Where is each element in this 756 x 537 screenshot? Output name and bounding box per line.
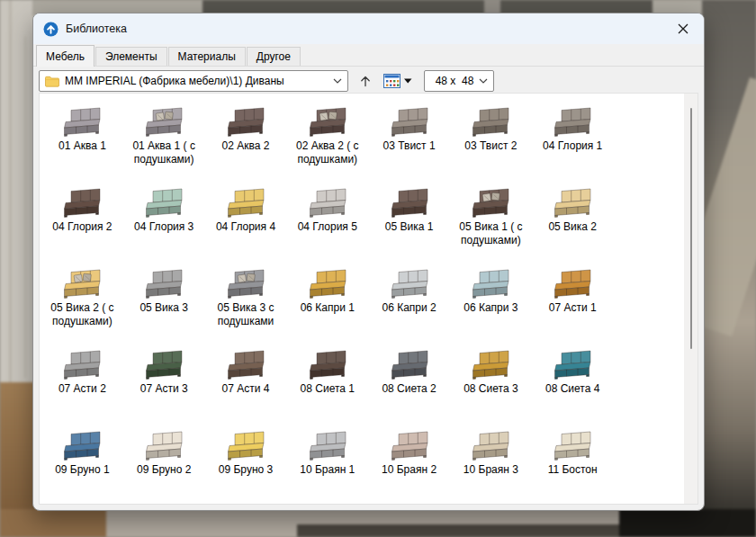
- item-label: 10 Браян 3: [464, 463, 518, 477]
- sofa-thumbnail: [60, 344, 104, 380]
- tab-furniture[interactable]: Мебель: [36, 45, 94, 67]
- chevron-down-icon[interactable]: [333, 78, 342, 84]
- library-item[interactable]: 04 Глория 3: [124, 182, 203, 263]
- library-item[interactable]: 09 Бруно 1: [42, 425, 122, 505]
- library-item[interactable]: 06 Капри 1: [288, 263, 367, 344]
- view-mode-button[interactable]: [381, 69, 415, 93]
- item-label: 06 Капри 2: [382, 301, 436, 315]
- item-label: 05 Вика 3 с подушками: [206, 301, 285, 328]
- library-item[interactable]: 04 Глория 5: [288, 182, 367, 263]
- library-item[interactable]: 05 Вика 1: [370, 182, 449, 263]
- sofa-thumbnail: [469, 344, 512, 380]
- chevron-down-icon[interactable]: [479, 78, 488, 84]
- library-item[interactable]: 05 Вика 3: [124, 263, 203, 344]
- library-item[interactable]: 07 Асти 3: [124, 344, 203, 425]
- library-item[interactable]: 10 Браян 1: [288, 425, 367, 505]
- library-item[interactable]: 02 Аква 2: [206, 101, 285, 182]
- library-item[interactable]: 06 Капри 2: [370, 263, 449, 344]
- sofa-thumbnail: [551, 263, 594, 299]
- item-label: 05 Вика 1: [385, 220, 434, 234]
- folder-path-value: MM IMPERIAL (Фабрика мебели)\1) Диваны: [65, 75, 333, 87]
- folder-icon: [45, 76, 59, 87]
- sofa-thumbnail: [469, 101, 512, 137]
- sofa-thumbnail: [142, 344, 185, 380]
- item-label: 07 Асти 1: [549, 301, 597, 315]
- library-item[interactable]: 09 Бруно 3: [206, 425, 285, 505]
- library-item[interactable]: 05 Вика 2: [533, 182, 612, 263]
- tab-other[interactable]: Другое: [247, 47, 301, 66]
- library-item[interactable]: 04 Глория 4: [206, 182, 285, 263]
- grid-view-icon: [383, 74, 400, 88]
- library-item[interactable]: 04 Глория 2: [42, 182, 122, 263]
- sofa-thumbnail: [388, 182, 431, 218]
- titlebar[interactable]: Библиотека: [33, 13, 704, 44]
- item-label: 02 Аква 2: [222, 139, 270, 153]
- item-label: 04 Глория 4: [216, 220, 275, 234]
- sofa-thumbnail: [551, 425, 594, 461]
- vertical-scrollbar[interactable]: [684, 94, 698, 504]
- library-item[interactable]: 03 Твист 1: [370, 101, 449, 182]
- item-label: 07 Асти 3: [140, 382, 188, 396]
- sofa-thumbnail: [60, 263, 104, 299]
- library-item[interactable]: 04 Глория 1: [533, 101, 612, 182]
- item-label: 01 Аква 1: [58, 139, 106, 153]
- sofa-thumbnail: [142, 101, 185, 137]
- library-item[interactable]: 08 Сиета 4: [533, 344, 612, 425]
- sofa-thumbnail: [551, 101, 594, 137]
- library-item[interactable]: 02 Аква 2 ( с подушками): [288, 101, 367, 182]
- library-item[interactable]: 08 Сиета 2: [370, 344, 449, 425]
- library-item[interactable]: 11 Бостон: [533, 425, 612, 505]
- item-label: 06 Капри 3: [464, 301, 518, 315]
- library-item[interactable]: 05 Вика 3 с подушками: [206, 263, 285, 344]
- item-label: 09 Бруно 2: [137, 463, 191, 477]
- sofa-thumbnail: [388, 425, 431, 461]
- library-item[interactable]: 05 Вика 2 ( с подушками): [42, 263, 122, 344]
- library-item[interactable]: 09 Бруно 2: [124, 425, 203, 505]
- sofa-thumbnail: [306, 263, 349, 299]
- sofa-thumbnail: [551, 182, 594, 218]
- library-item[interactable]: 07 Асти 2: [42, 344, 122, 425]
- icon-size-value: 48 x 48: [430, 75, 479, 87]
- item-label: 07 Асти 4: [222, 382, 270, 396]
- scene-bottom-shadow: [297, 524, 626, 537]
- sofa-thumbnail: [388, 101, 431, 137]
- library-item[interactable]: 08 Сиета 1: [288, 344, 367, 425]
- sofa-thumbnail: [142, 182, 185, 218]
- item-label: 02 Аква 2 ( с подушками): [288, 139, 367, 166]
- sofa-thumbnail: [224, 425, 267, 461]
- tab-materials[interactable]: Материалы: [168, 47, 246, 66]
- library-dialog: Библиотека Мебель Элементы Материалы Дру…: [32, 13, 705, 511]
- sofa-thumbnail: [551, 344, 594, 380]
- item-label: 05 Вика 3: [140, 301, 188, 315]
- sofa-thumbnail: [388, 344, 431, 380]
- item-label: 03 Твист 2: [464, 139, 517, 153]
- library-item[interactable]: 01 Аква 1: [42, 101, 122, 182]
- library-item[interactable]: 06 Капри 3: [451, 263, 530, 344]
- library-item-list[interactable]: 01 Аква 1 01 Аква 1 ( с подушками): [39, 93, 698, 505]
- toolbar: MM IMPERIAL (Фабрика мебели)\1) Диваны: [33, 67, 704, 95]
- item-label: 01 Аква 1 ( с подушками): [124, 139, 203, 166]
- library-item[interactable]: 05 Вика 1 ( с подушками): [451, 182, 530, 263]
- icon-size-combobox[interactable]: 48 x 48: [424, 70, 494, 92]
- item-label: 05 Вика 1 ( с подушками): [451, 220, 530, 247]
- tab-elements[interactable]: Элементы: [95, 47, 167, 66]
- sofa-thumbnail: [306, 101, 349, 137]
- library-item[interactable]: 07 Асти 4: [206, 344, 285, 425]
- sofa-thumbnail: [224, 263, 267, 299]
- navigate-up-button[interactable]: [354, 69, 377, 93]
- window-title: Библиотека: [66, 22, 127, 35]
- scene-wall-molding: [24, 36, 26, 378]
- close-button[interactable]: [662, 13, 704, 44]
- library-item[interactable]: 07 Асти 1: [533, 263, 612, 344]
- library-item[interactable]: 03 Твист 2: [451, 101, 530, 182]
- sofa-thumbnail: [306, 425, 349, 461]
- library-item[interactable]: 08 Сиета 3: [451, 344, 530, 425]
- item-label: 09 Бруно 3: [219, 463, 273, 477]
- item-label: 04 Глория 5: [298, 220, 357, 234]
- library-item[interactable]: 10 Браян 2: [370, 425, 449, 505]
- library-item[interactable]: 01 Аква 1 ( с подушками): [124, 101, 203, 182]
- folder-path-combobox[interactable]: MM IMPERIAL (Фабрика мебели)\1) Диваны: [39, 70, 348, 92]
- library-item[interactable]: 10 Браян 3: [451, 425, 530, 505]
- sofa-thumbnail: [60, 182, 104, 218]
- scrollbar-thumb[interactable]: [690, 108, 693, 349]
